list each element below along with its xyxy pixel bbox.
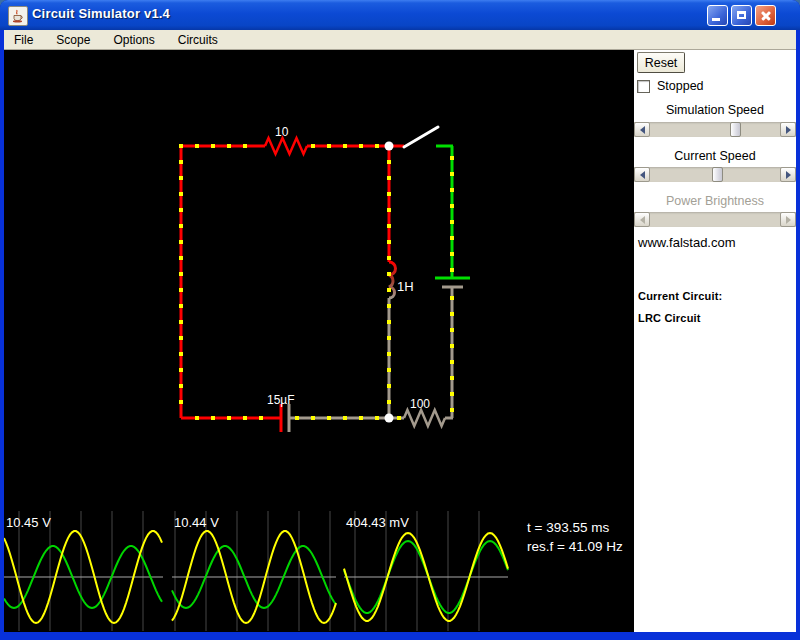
minimize-button[interactable]	[707, 5, 728, 26]
stopped-checkbox[interactable]	[637, 80, 650, 93]
current-dot	[179, 144, 183, 148]
current-dot	[387, 224, 391, 228]
current-dot	[387, 352, 391, 356]
scroll-right-button[interactable]	[780, 122, 796, 137]
current-dot	[179, 272, 183, 276]
current-dot	[450, 392, 454, 396]
current-dot	[227, 416, 231, 420]
wire-junction-node[interactable]	[385, 142, 394, 151]
scope-label: 10.45 V	[6, 515, 51, 530]
current-dot	[387, 336, 391, 340]
java-app-icon	[8, 6, 28, 26]
website-link[interactable]: www.falstad.com	[638, 235, 736, 250]
circuit-drawing[interactable]: 10.45 V10.44 V404.43 mVt = 393.55 msres.…	[4, 50, 634, 632]
current-dot	[259, 416, 263, 420]
menu-circuits[interactable]: Circuits	[171, 31, 225, 49]
current-speed-thumb[interactable]	[712, 167, 723, 182]
stopped-label: Stopped	[657, 79, 704, 93]
current-dot	[343, 416, 347, 420]
current-dot	[450, 236, 454, 240]
resistor[interactable]	[404, 410, 445, 426]
current-dot	[450, 408, 454, 412]
current-dot	[387, 272, 391, 276]
power-brightness-label: Power Brightness	[634, 194, 796, 208]
current-dot	[387, 400, 391, 404]
current-dot	[179, 384, 183, 388]
title-bar[interactable]: Circuit Simulator v1.4	[0, 0, 800, 30]
stopped-checkbox-row[interactable]: Stopped	[637, 79, 704, 93]
java-coffee-cup-icon	[11, 9, 25, 23]
current-dot	[387, 160, 391, 164]
window-title: Circuit Simulator v1.4	[32, 6, 170, 21]
current-dot	[450, 268, 454, 272]
current-dot	[450, 360, 454, 364]
current-dot	[195, 144, 199, 148]
current-dot	[375, 144, 379, 148]
menu-options[interactable]: Options	[106, 31, 161, 49]
simulation-speed-thumb[interactable]	[730, 122, 741, 137]
inductor-value-label: 1H	[397, 279, 414, 294]
current-dot	[387, 176, 391, 180]
capacitor-value-label: 15µF	[267, 393, 295, 407]
current-speed-slider[interactable]	[634, 167, 796, 182]
arrow-left-icon	[636, 171, 645, 179]
arrow-right-icon	[786, 126, 795, 134]
current-dot	[243, 144, 247, 148]
current-dot	[387, 288, 391, 292]
current-dot	[327, 144, 331, 148]
current-dot	[179, 288, 183, 292]
current-dot	[179, 336, 183, 340]
scroll-left-button	[634, 212, 650, 227]
scroll-right-button	[780, 212, 796, 227]
current-dot	[387, 384, 391, 388]
control-panel: Reset Stopped Simulation Speed Current S…	[634, 50, 796, 632]
current-dot	[227, 144, 231, 148]
resistor-value-label: 100	[410, 397, 430, 411]
current-dot	[450, 172, 454, 176]
arrow-left-icon	[636, 126, 645, 134]
app-window: Circuit Simulator v1.4 File Scope Option…	[0, 0, 800, 640]
scroll-right-button[interactable]	[780, 167, 796, 182]
reset-button[interactable]: Reset	[637, 52, 685, 73]
current-dot	[295, 416, 299, 420]
current-dot	[327, 416, 331, 420]
switch-lever[interactable]	[404, 127, 438, 147]
current-dot	[397, 416, 401, 420]
current-dot	[179, 368, 183, 372]
inductor-coil[interactable]	[389, 262, 396, 298]
menu-file[interactable]: File	[7, 31, 40, 49]
current-dot	[387, 192, 391, 196]
simulation-canvas[interactable]: 10.45 V10.44 V404.43 mVt = 393.55 msres.…	[4, 50, 634, 632]
current-dot	[195, 416, 199, 420]
arrow-right-icon	[786, 216, 795, 224]
status-resonance: res.f = 41.09 Hz	[527, 539, 623, 554]
status-time: t = 393.55 ms	[527, 520, 609, 535]
current-dot	[450, 156, 454, 160]
current-dot	[375, 416, 379, 420]
current-dot	[450, 204, 454, 208]
menu-bar: File Scope Options Circuits	[4, 30, 796, 50]
current-dot	[243, 416, 247, 420]
menu-scope[interactable]: Scope	[49, 31, 97, 49]
current-dot	[359, 144, 363, 148]
current-dot	[450, 252, 454, 256]
current-dot	[387, 368, 391, 372]
scroll-left-button[interactable]	[634, 122, 650, 137]
current-dot	[387, 240, 391, 244]
scroll-left-button[interactable]	[634, 167, 650, 182]
resistor-value-label: 10	[275, 125, 289, 139]
current-dot	[387, 304, 391, 308]
current-dot	[311, 144, 315, 148]
simulation-speed-slider[interactable]	[634, 122, 796, 137]
close-button[interactable]	[755, 5, 776, 26]
current-dot	[359, 416, 363, 420]
resistor[interactable]	[265, 138, 307, 154]
current-dot	[450, 188, 454, 192]
current-dot	[387, 208, 391, 212]
current-dot	[387, 256, 391, 260]
current-dot	[450, 312, 454, 316]
maximize-button[interactable]	[731, 5, 752, 26]
wire-junction-node[interactable]	[385, 414, 394, 423]
current-dot	[179, 320, 183, 324]
current-dot	[311, 416, 315, 420]
